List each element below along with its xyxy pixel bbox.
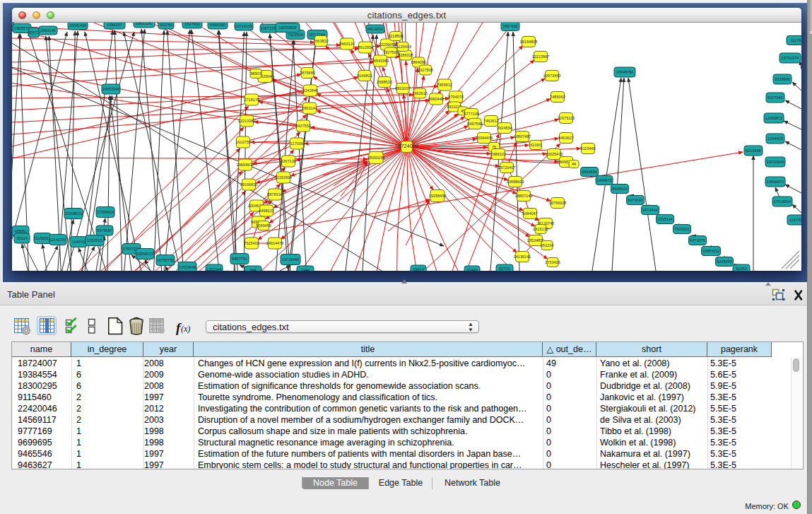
svg-text:2718170: 2718170 bbox=[244, 98, 259, 102]
svg-text:16210643: 16210643 bbox=[767, 160, 784, 164]
svg-text:12142757: 12142757 bbox=[49, 238, 67, 242]
svg-text:10688609: 10688609 bbox=[507, 180, 524, 184]
svg-text:2588520: 2588520 bbox=[377, 80, 392, 84]
svg-text:8912954: 8912954 bbox=[358, 45, 373, 49]
svg-text:114519: 114519 bbox=[72, 240, 85, 244]
svg-text:1905572: 1905572 bbox=[14, 26, 30, 30]
svg-text:2887682: 2887682 bbox=[502, 24, 518, 28]
svg-text:12093872: 12093872 bbox=[765, 116, 783, 120]
svg-text:8660124: 8660124 bbox=[339, 42, 355, 46]
svg-text:7462612: 7462612 bbox=[483, 119, 499, 123]
svg-text:15973: 15973 bbox=[413, 267, 424, 271]
svg-text:1864096: 1864096 bbox=[411, 60, 426, 64]
svg-text:7955812: 7955812 bbox=[437, 83, 452, 87]
svg-text:12213382: 12213382 bbox=[238, 119, 256, 123]
svg-text:7663822: 7663822 bbox=[313, 39, 329, 43]
svg-text:8938923: 8938923 bbox=[612, 187, 628, 191]
svg-text:8427552: 8427552 bbox=[295, 124, 311, 128]
svg-text:20208521: 20208521 bbox=[65, 211, 83, 216]
svg-text:18724007: 18724007 bbox=[395, 143, 418, 149]
svg-text:8215958: 8215958 bbox=[746, 148, 761, 153]
svg-text:1615132: 1615132 bbox=[533, 227, 548, 231]
svg-text:17359924: 17359924 bbox=[97, 210, 114, 214]
svg-text:(x): (x) bbox=[181, 324, 190, 334]
svg-text:2986322: 2986322 bbox=[490, 152, 506, 156]
svg-text:944: 944 bbox=[249, 268, 256, 271]
svg-text:14914479: 14914479 bbox=[266, 241, 284, 245]
svg-text:9975687: 9975687 bbox=[97, 228, 112, 233]
svg-text:92450: 92450 bbox=[736, 267, 747, 271]
svg-text:6497568: 6497568 bbox=[467, 122, 483, 126]
svg-text:8813054: 8813054 bbox=[367, 27, 383, 31]
svg-text:9245052: 9245052 bbox=[717, 259, 732, 264]
svg-text:1640975: 1640975 bbox=[596, 178, 612, 182]
svg-text:3267130: 3267130 bbox=[281, 159, 296, 163]
svg-text:17016504: 17016504 bbox=[774, 199, 792, 204]
svg-text:1610755: 1610755 bbox=[235, 140, 251, 144]
svg-text:1096357: 1096357 bbox=[107, 23, 122, 27]
svg-text:1944: 1944 bbox=[301, 268, 310, 271]
svg-text:7625402: 7625402 bbox=[244, 241, 259, 245]
svg-text:1250515: 1250515 bbox=[87, 238, 102, 243]
svg-text:10653287: 10653287 bbox=[136, 23, 153, 25]
svg-text:05572: 05572 bbox=[28, 30, 40, 35]
svg-text:10958137: 10958137 bbox=[136, 252, 154, 256]
svg-text:8471676: 8471676 bbox=[690, 238, 705, 243]
svg-text:44: 44 bbox=[572, 162, 576, 166]
svg-text:75: 75 bbox=[492, 145, 496, 149]
svg-text:19166829: 19166829 bbox=[240, 182, 258, 187]
svg-text:9327508: 9327508 bbox=[418, 68, 433, 72]
svg-text:9457791: 9457791 bbox=[232, 257, 247, 261]
svg-text:16782759: 16782759 bbox=[157, 258, 175, 262]
svg-text:9794078: 9794078 bbox=[448, 95, 464, 99]
svg-text:2935114: 2935114 bbox=[657, 217, 672, 221]
svg-text:7632621: 7632621 bbox=[674, 227, 690, 231]
svg-text:8990448: 8990448 bbox=[428, 97, 444, 101]
svg-text:9115460: 9115460 bbox=[580, 146, 595, 151]
svg-text:15720407: 15720407 bbox=[498, 165, 516, 170]
svg-text:12923448: 12923448 bbox=[179, 265, 196, 269]
svg-text:9099459: 9099459 bbox=[256, 223, 271, 228]
svg-text:3875685: 3875685 bbox=[300, 71, 315, 75]
svg-text:16543382: 16543382 bbox=[372, 59, 389, 63]
svg-text:7485063: 7485063 bbox=[550, 95, 565, 99]
svg-text:20691406: 20691406 bbox=[69, 23, 87, 28]
svg-text:16033809: 16033809 bbox=[279, 25, 297, 30]
svg-text:10654112: 10654112 bbox=[702, 249, 719, 253]
svg-text:13716485: 13716485 bbox=[282, 257, 300, 262]
svg-text:12213967: 12213967 bbox=[532, 54, 550, 59]
svg-text:152760: 152760 bbox=[160, 23, 173, 27]
svg-text:20364436: 20364436 bbox=[476, 136, 493, 140]
svg-text:10756928: 10756928 bbox=[549, 201, 567, 205]
svg-text:82732: 82732 bbox=[499, 267, 510, 271]
svg-text:12975115: 12975115 bbox=[558, 116, 575, 120]
svg-text:18807249: 18807249 bbox=[515, 194, 533, 198]
svg-text:8878334: 8878334 bbox=[267, 192, 283, 197]
svg-text:20346: 20346 bbox=[466, 268, 478, 271]
svg-text:19358458: 19358458 bbox=[429, 194, 447, 198]
svg-text:9227342: 9227342 bbox=[767, 95, 783, 100]
svg-text:1962615: 1962615 bbox=[412, 91, 428, 95]
svg-text:252234: 252234 bbox=[541, 243, 554, 247]
svg-text:9777149: 9777149 bbox=[464, 112, 479, 116]
svg-text:9474444: 9474444 bbox=[642, 208, 658, 212]
svg-text:8186328: 8186328 bbox=[398, 53, 413, 57]
svg-text:10025433: 10025433 bbox=[546, 152, 563, 156]
svg-text:9329966: 9329966 bbox=[775, 77, 790, 81]
svg-text:9699695: 9699695 bbox=[582, 170, 597, 174]
svg-text:15751074: 15751074 bbox=[782, 56, 799, 60]
svg-text:6466160: 6466160 bbox=[210, 23, 225, 27]
svg-text:4498222: 4498222 bbox=[259, 209, 274, 213]
svg-text:11353594: 11353594 bbox=[275, 175, 292, 180]
svg-text:6479197: 6479197 bbox=[628, 198, 643, 202]
svg-text:1733426: 1733426 bbox=[545, 260, 560, 264]
svg-text:116753: 116753 bbox=[789, 218, 801, 222]
svg-text:13226058: 13226058 bbox=[379, 42, 396, 47]
svg-text:10807487: 10807487 bbox=[514, 134, 531, 139]
svg-text:1244415: 1244415 bbox=[767, 136, 783, 141]
svg-text:9146821: 9146821 bbox=[357, 74, 372, 78]
svg-text:10973493: 10973493 bbox=[543, 74, 561, 78]
svg-text:8822037: 8822037 bbox=[395, 86, 411, 90]
svg-text:9242848: 9242848 bbox=[302, 88, 318, 93]
svg-text:39124: 39124 bbox=[16, 236, 28, 240]
